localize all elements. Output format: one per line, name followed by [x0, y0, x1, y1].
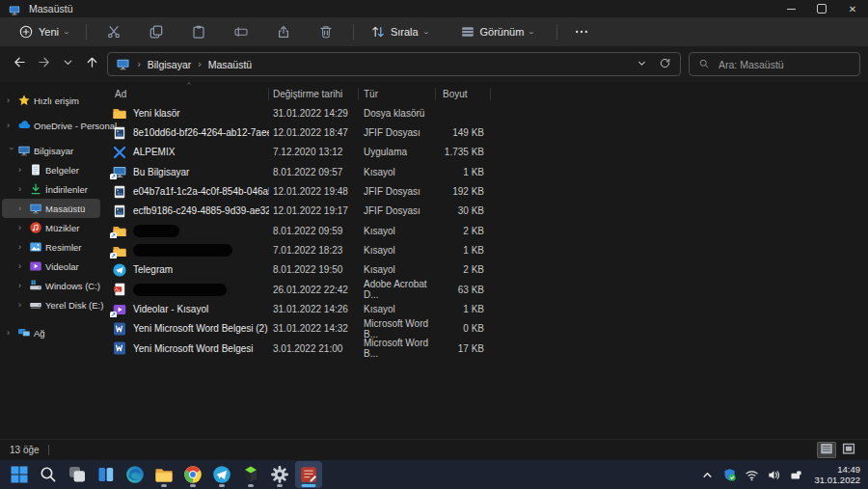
details-view-icon[interactable]: [817, 442, 836, 458]
minimize-icon[interactable]: [775, 0, 806, 17]
rename-button[interactable]: [222, 21, 260, 42]
more-options-button[interactable]: [565, 21, 598, 42]
taskbar-screenshot-tool-button[interactable]: [295, 461, 322, 488]
chevron-right-icon[interactable]: ›: [18, 224, 26, 232]
up-icon[interactable]: [80, 53, 104, 76]
new-button[interactable]: Yeni ⌄: [10, 21, 78, 42]
sidebar-item-hizli-erisim[interactable]: ›Hızlı erişim: [2, 91, 100, 110]
breadcrumb-computer[interactable]: Bilgisayar: [148, 59, 192, 70]
column-header-date[interactable]: Değiştirme tarihi: [269, 88, 359, 100]
table-row[interactable]: ecfb9186-c249-4885-9d39-ae32b7c436d312.0…: [102, 202, 868, 221]
sidebar-item-masaustu[interactable]: ›Masaüstü: [2, 199, 100, 218]
file-name: Yeni klasör: [133, 108, 180, 119]
sidebar-item-ag[interactable]: ›Ağ: [2, 323, 100, 342]
share-icon: [276, 24, 291, 40]
chevron-right-icon[interactable]: ›: [18, 262, 26, 271]
sidebar-item-bilgisayar[interactable]: ›Bilgisayar: [2, 141, 100, 160]
sort-button[interactable]: Sırala ⌄: [362, 21, 438, 42]
folder-shortcut-icon: ↗: [112, 243, 127, 258]
hidden-icons-icon[interactable]: [700, 468, 715, 482]
column-header-name[interactable]: Ad: [102, 88, 269, 100]
table-row[interactable]: ↗Bu Bilgisayar8.01.2022 09:57Kısayol1 KB: [102, 162, 868, 181]
taskbar-telegram-button[interactable]: [208, 461, 235, 488]
redacted-name: [133, 244, 232, 257]
table-row[interactable]: Yeni Microsoft Word Belgesi (2)31.01.202…: [102, 319, 868, 339]
table-row[interactable]: 8e10dd6d-bf26-4264-ab12-7aee33c1558412.0…: [102, 122, 868, 142]
table-row[interactable]: ↗8.01.2022 09:59Kısayol2 KB: [102, 221, 868, 240]
sidebar-item-muzikler[interactable]: ›Müzikler: [2, 218, 100, 237]
main-area: ›Hızlı erişim›OneDrive - Personal›Bilgis…: [0, 82, 868, 439]
forward-icon[interactable]: [32, 53, 56, 76]
taskbar-app-cube-button[interactable]: [237, 461, 264, 488]
taskbar-search-button[interactable]: [35, 461, 62, 488]
table-row[interactable]: e04b7a1f-1c2a-4c0f-854b-046a5b7cdc7912.0…: [102, 181, 868, 201]
security-icon[interactable]: [722, 468, 737, 482]
chevron-down-icon[interactable]: ›: [7, 147, 15, 154]
chevron-right-icon[interactable]: ›: [18, 204, 26, 213]
taskbar-file-explorer-button[interactable]: [150, 461, 177, 488]
taskbar-start-button[interactable]: [6, 461, 33, 488]
settings-icon: [269, 464, 290, 485]
taskbar-edge-button[interactable]: [122, 461, 149, 488]
sidebar-item-onedrive[interactable]: ›OneDrive - Personal: [2, 116, 100, 135]
chevron-right-icon[interactable]: ›: [18, 243, 26, 252]
file-type: Kısayol: [359, 245, 436, 256]
taskbar-apps: [6, 461, 322, 488]
taskbar-widgets-button[interactable]: [93, 461, 120, 488]
chevron-right-icon[interactable]: ›: [18, 166, 26, 175]
sidebar-item-videolar[interactable]: ›Videolar: [2, 257, 100, 276]
taskbar-task-view-button[interactable]: [64, 461, 91, 488]
item-count: 13 öğe: [10, 445, 40, 455]
address-bar[interactable]: › Bilgisayar › Masaüstü: [107, 52, 681, 76]
paste-button[interactable]: [179, 21, 218, 42]
table-row[interactable]: ALPEMIX7.12.2020 13:12Uygulama1.735 KB: [102, 143, 868, 162]
breadcrumb-desktop[interactable]: Masaüstü: [208, 59, 253, 70]
column-header-type[interactable]: Tür: [359, 88, 436, 100]
volume-icon[interactable]: [767, 468, 781, 482]
table-row[interactable]: ↗Videolar - Kısayol31.01.2022 14:26Kısay…: [102, 299, 868, 318]
table-row[interactable]: ↗7.01.2022 18:23Kısayol1 KB: [102, 240, 868, 259]
file-type: Kısayol: [359, 304, 436, 314]
chevron-right-icon[interactable]: ›: [18, 301, 26, 310]
file-size: 30 KB: [436, 205, 491, 216]
sidebar-item-indirilenler[interactable]: ›İndirilenler: [2, 179, 100, 199]
view-button[interactable]: Görünüm ⌄: [451, 21, 544, 42]
sidebar-item-belgeler[interactable]: ›Belgeler: [2, 160, 100, 179]
maximize-icon[interactable]: [806, 0, 837, 17]
device-icon[interactable]: [789, 468, 803, 482]
chevron-right-icon[interactable]: ›: [18, 185, 26, 194]
table-row[interactable]: Telegram8.01.2022 19:50Kısayol2 KB: [102, 260, 868, 280]
file-size: 17 KB: [436, 343, 491, 354]
chevron-right-icon[interactable]: ›: [7, 329, 14, 338]
wifi-icon[interactable]: [745, 468, 759, 482]
chevron-right-icon[interactable]: ›: [7, 96, 14, 105]
back-icon[interactable]: [8, 53, 32, 76]
taskbar-chrome-button[interactable]: [179, 461, 206, 488]
column-header-size[interactable]: Boyut: [436, 88, 491, 100]
delete-button[interactable]: [307, 21, 345, 42]
sidebar-item-windows-c[interactable]: ›Windows (C:): [2, 276, 100, 295]
sidebar-item-yerel-disk-e[interactable]: ›Yerel Disk (E:): [2, 295, 100, 314]
close-icon[interactable]: ✕: [837, 0, 868, 17]
share-button[interactable]: [264, 21, 303, 42]
table-row[interactable]: 26.01.2022 22:42Adobe Acrobat D...63 KB: [102, 280, 868, 299]
cut-button[interactable]: [95, 21, 133, 42]
taskbar: 14:49 31.01.2022: [0, 460, 868, 489]
breadcrumb-chevron-icon: ›: [198, 59, 201, 69]
recent-locations-icon[interactable]: [56, 53, 80, 76]
taskbar-clock[interactable]: 14:49 31.01.2022: [814, 464, 862, 485]
search-input[interactable]: [717, 58, 851, 71]
running-indicator: [248, 484, 254, 487]
running-indicator: [277, 484, 283, 487]
chevron-right-icon[interactable]: ›: [7, 122, 14, 130]
table-row[interactable]: Yeni Microsoft Word Belgesi3.01.2022 21:…: [102, 339, 868, 358]
copy-button[interactable]: [137, 21, 176, 42]
view-toggles: [817, 442, 858, 458]
refresh-icon[interactable]: [653, 54, 676, 75]
chevron-right-icon[interactable]: ›: [18, 282, 26, 290]
large-icons-view-icon[interactable]: [839, 442, 858, 458]
taskbar-settings-button[interactable]: [266, 461, 293, 488]
sidebar-item-resimler[interactable]: ›Resimler: [2, 237, 100, 257]
address-dropdown-icon[interactable]: [630, 54, 653, 75]
table-row[interactable]: Yeni klasör31.01.2022 14:29Dosya klasörü: [102, 103, 868, 122]
